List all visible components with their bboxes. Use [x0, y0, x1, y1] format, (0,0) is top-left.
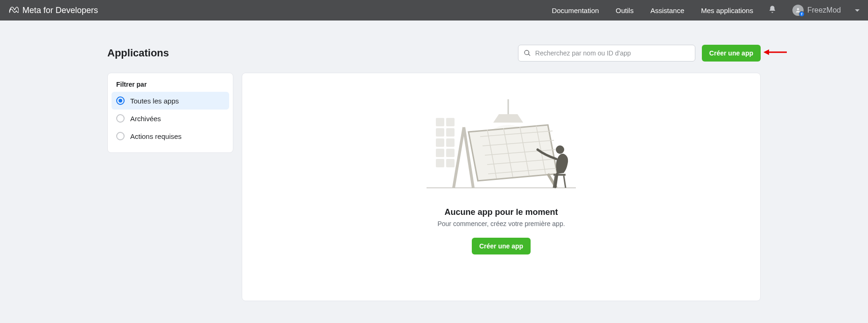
- filter-item-label: Archivées: [130, 115, 161, 123]
- user-menu[interactable]: FreezMod: [783, 5, 860, 16]
- svg-rect-11: [436, 159, 444, 167]
- filter-item-all-apps[interactable]: Toutes les apps: [112, 92, 229, 110]
- svg-marker-1: [763, 49, 769, 55]
- svg-line-30: [564, 176, 566, 188]
- filter-card: Filtrer par Toutes les apps Archivées Ac…: [107, 73, 233, 153]
- svg-rect-12: [446, 159, 455, 167]
- avatar: [792, 5, 804, 16]
- svg-rect-10: [446, 149, 455, 157]
- search-wrap: [518, 45, 695, 62]
- filter-title: Filtrer par: [112, 81, 229, 92]
- create-app-button-header[interactable]: Créer une app: [702, 45, 761, 62]
- search-input[interactable]: [518, 45, 695, 62]
- notifications-button[interactable]: [762, 5, 783, 15]
- brand[interactable]: Meta for Developers: [8, 4, 98, 17]
- empty-state-title: Aucune app pour le moment: [444, 207, 558, 217]
- svg-rect-5: [436, 128, 444, 137]
- svg-rect-3: [436, 118, 444, 126]
- meta-logo-icon: [8, 4, 19, 17]
- chevron-down-icon: [855, 9, 860, 12]
- radio-icon: [116, 96, 125, 105]
- svg-rect-7: [436, 138, 444, 147]
- empty-state-subtitle: Pour commencer, créez votre première app…: [437, 220, 565, 227]
- brand-text: Meta for Developers: [22, 6, 98, 15]
- top-navbar: Meta for Developers Documentation Outils…: [0, 0, 868, 21]
- radio-icon: [116, 132, 125, 140]
- svg-rect-28: [553, 174, 566, 176]
- bell-icon: [768, 5, 777, 15]
- svg-rect-9: [436, 149, 444, 157]
- filter-item-label: Toutes les apps: [130, 97, 179, 105]
- nav-assistance[interactable]: Assistance: [642, 7, 693, 14]
- svg-rect-6: [446, 128, 455, 137]
- create-app-button-empty[interactable]: Créer une app: [472, 238, 531, 254]
- empty-state-illustration: [417, 99, 585, 197]
- svg-line-15: [454, 127, 464, 188]
- facebook-badge-icon: [799, 11, 805, 17]
- svg-point-31: [556, 145, 564, 154]
- user-name: FreezMod: [807, 6, 841, 14]
- apps-main-card: Aucune app pour le moment Pour commencer…: [242, 73, 761, 301]
- svg-rect-4: [446, 118, 455, 126]
- filter-item-archived[interactable]: Archivées: [112, 110, 229, 127]
- filter-item-label: Actions requises: [130, 132, 182, 140]
- radio-icon: [116, 114, 125, 123]
- filter-item-actions-required[interactable]: Actions requises: [112, 127, 229, 145]
- nav-tools[interactable]: Outils: [607, 7, 642, 14]
- nav-documentation[interactable]: Documentation: [543, 7, 607, 14]
- arrow-left-icon: [763, 48, 787, 58]
- page-title: Applications: [107, 47, 169, 59]
- nav-my-apps[interactable]: Mes applications: [693, 7, 762, 14]
- page-header: Applications Créer une app: [107, 45, 761, 62]
- arrow-annotation: [763, 48, 787, 58]
- svg-rect-8: [446, 138, 455, 147]
